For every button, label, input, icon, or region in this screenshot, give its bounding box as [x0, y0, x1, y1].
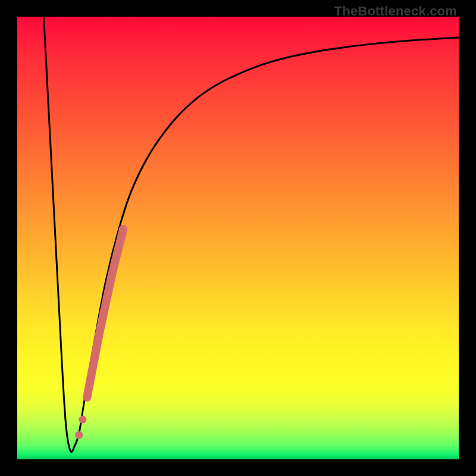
plot-area: [17, 17, 459, 459]
highlight-segment-path: [87, 229, 123, 397]
series-highlight-segment: [87, 229, 123, 397]
chart-frame: TheBottleneck.com: [0, 0, 476, 476]
bottleneck-curve-path: [44, 17, 459, 452]
highlight-dot: [75, 431, 83, 439]
watermark-text: TheBottleneck.com: [334, 4, 457, 19]
highlight-dot: [79, 416, 86, 424]
chart-svg: [17, 17, 459, 459]
series-bottleneck-curve: [44, 17, 459, 452]
